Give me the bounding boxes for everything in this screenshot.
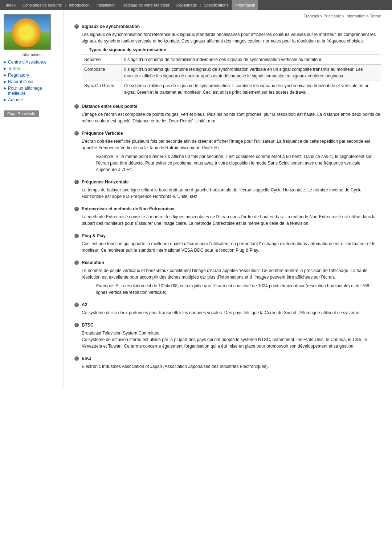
section-freq-horizontale: Fréquence Horizontale Le temps de balaye… [74, 179, 381, 200]
table-row: CompositeIl s'agit d'un schéma qui combi… [82, 65, 381, 81]
section-btsc: BTSC Broadcast Television System Committ… [74, 323, 381, 349]
section-a2-body: Ce système utilise deux porteuses pour t… [82, 309, 381, 316]
bullet-icon [74, 180, 79, 184]
sidebar-link-regulatory-label: Regulatory [8, 73, 29, 78]
sidebar-logo [4, 14, 51, 50]
sidebar: Information ▶ Centre d'Assistance ▶ Term… [0, 10, 64, 387]
table-row: SéparéeIl s'agit d'un schéma de transmis… [82, 55, 381, 65]
section-btsc-body: Broadcast Television System CommitteeCe … [82, 330, 381, 349]
arrow-icon-centre: ▶ [4, 60, 7, 64]
sync-type-cell: Séparée [82, 55, 122, 65]
sync-table: SéparéeIl s'agit d'un schéma de transmis… [82, 54, 381, 97]
section-plug-play-title: Plug & Play [74, 233, 381, 238]
nav-specifications[interactable]: Spécifications [201, 0, 232, 10]
section-signaux: Signaux de synchronisation Les signaux d… [74, 24, 381, 97]
arrow-icon-terme: ▶ [4, 66, 7, 70]
bullet-icon [74, 207, 79, 211]
section-distance-title: Distance entre deux points [74, 104, 381, 109]
section-a2-title: A2 [74, 302, 381, 307]
nav-introduction[interactable]: Introduction [66, 0, 92, 10]
section-entrecroiser: Entrecroiser et methode de Non-Entrecroi… [74, 206, 381, 227]
sync-table-header: Types de signaux de synchronisation [89, 46, 381, 53]
sidebar-link-affichage[interactable]: ▶ Pour un affichage meilleuré [4, 86, 60, 96]
bullet-icon [74, 24, 79, 29]
section-signaux-title: Signaux de synchronisation [74, 24, 381, 29]
sidebar-link-affichage-label: Pour un affichage meilleuré [8, 86, 60, 96]
table-row: Sync On GreenCe schéma n'utilise pas de … [82, 81, 381, 97]
section-distance-body: L'image de l'écran est composée de point… [82, 111, 381, 124]
section-eiaj: EIAJ Electronic Industries Association o… [74, 356, 381, 370]
arrow-icon-regulatory: ▶ [4, 73, 7, 77]
section-distance: Distance entre deux points L'image de l'… [74, 104, 381, 124]
section-a2: A2 Ce système utilise deux porteuses pou… [74, 302, 381, 316]
sidebar-link-regulatory[interactable]: ▶ Regulatory [4, 73, 60, 78]
section-plug-play: Plug & Play Ceci est une fonction qui ap… [74, 233, 381, 254]
sync-type-cell: Composite [82, 65, 122, 81]
arrow-icon-autorite: ▶ [4, 98, 7, 102]
top-navigation: Index | Consignes de sécurité | Introduc… [0, 0, 392, 10]
section-btsc-title: BTSC [74, 323, 381, 328]
sidebar-link-centre[interactable]: ▶ Centre d'Assistance [4, 60, 60, 65]
sidebar-section-label: Information [4, 52, 60, 57]
bullet-icon [74, 323, 79, 327]
sidebar-link-terme-label: Terme [8, 66, 20, 71]
sync-desc-cell: Ce schéma n'utilise pas de signaux de sy… [122, 81, 381, 97]
sidebar-link-autorite-label: Autorité [8, 97, 23, 102]
sync-desc-cell: Il s'agit d'un schéma qui combine les si… [122, 65, 381, 81]
content-area: Français > Principale > Information > Te… [64, 10, 392, 387]
nav-consignes[interactable]: Consignes de sécurité [20, 0, 65, 10]
sidebar-link-terme[interactable]: ▶ Terme [4, 66, 60, 71]
section-freq-horizontale-title: Fréquence Horizontale [74, 179, 381, 185]
nav-reglage[interactable]: Réglage de votre Moniteur [119, 0, 172, 10]
section-eiaj-body: Electronic Industries Association of Jap… [82, 363, 381, 370]
breadcrumb: Français > Principale > Information > Te… [74, 14, 381, 18]
sidebar-link-natural-color[interactable]: ▶ Natural Color [4, 79, 60, 84]
section-resolution-body: Le nombre de points verticaux et horizon… [82, 267, 381, 280]
bullet-icon [74, 131, 79, 135]
freq-verticale-example: Example: Si le même point lumineux s aff… [96, 153, 381, 173]
section-freq-horizontale-body: Le temps de balayer une ligne reliant le… [82, 187, 381, 200]
section-eiaj-title: EIAJ [74, 356, 381, 361]
nav-installation[interactable]: Installation [94, 0, 119, 10]
arrow-icon-natural-color: ▶ [4, 80, 7, 84]
main-layout: Information ▶ Centre d'Assistance ▶ Term… [0, 10, 392, 387]
section-freq-verticale-body: L'écran doit être réaffiché plusieurs fo… [82, 138, 381, 151]
section-plug-play-body: Ceci est une fonction qui apporte la mei… [82, 240, 381, 254]
arrow-icon-affichage: ▶ [4, 86, 7, 90]
section-signaux-body: Les signaux de synchronisation font réfé… [82, 31, 381, 97]
bullet-icon [74, 356, 79, 361]
resolution-example: Example: Si la résolution est de 1024x76… [96, 283, 381, 296]
bullet-icon [74, 104, 79, 109]
nav-depannage[interactable]: Dépannage [173, 0, 200, 10]
page-principale-button[interactable]: Page Principale [4, 110, 39, 117]
sidebar-link-natural-color-label: Natural Color [8, 79, 34, 84]
bullet-icon [74, 260, 79, 265]
section-entrecroiser-body: La methode Entrecroisé consiste à montre… [82, 214, 381, 227]
bullet-icon [74, 303, 79, 307]
sync-desc-cell: Il s'agit d'un schéma de transmission in… [122, 55, 381, 65]
section-freq-verticale: Fréquence Verticale L'écran doit être ré… [74, 131, 381, 173]
bullet-icon [74, 234, 79, 238]
nav-information[interactable]: Information [232, 0, 258, 10]
section-freq-verticale-title: Fréquence Verticale [74, 131, 381, 136]
nav-index[interactable]: Index [3, 0, 19, 10]
section-resolution-title: Résolution [74, 260, 381, 265]
section-resolution: Résolution Le nombre de points verticaux… [74, 260, 381, 296]
sync-type-cell: Sync On Green [82, 81, 122, 97]
section-entrecroiser-title: Entrecroiser et methode de Non-Entrecroi… [74, 206, 381, 211]
sidebar-link-autorite[interactable]: ▶ Autorité [4, 97, 60, 102]
sidebar-link-centre-label: Centre d'Assistance [8, 60, 46, 65]
